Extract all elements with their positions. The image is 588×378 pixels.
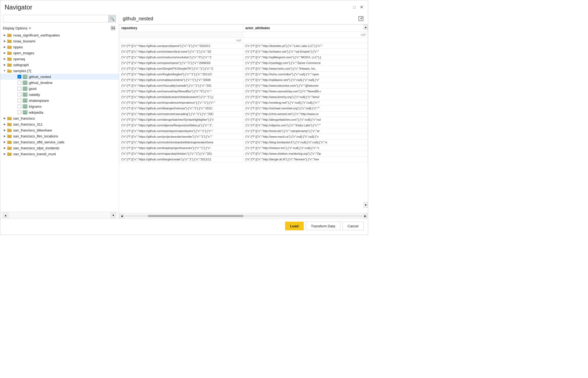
tree-item-github-timeline[interactable]: github_timeline xyxy=(0,80,119,86)
tree-item-san-francisco-bikeshare[interactable]: san_francisco_bikeshare xyxy=(0,127,119,133)
folder-icon xyxy=(7,57,12,61)
svg-rect-36 xyxy=(25,83,27,84)
checkbox-natality[interactable] xyxy=(18,93,21,96)
data-table-container[interactable]: ▲ ▼ repository actor_attributes nullnull… xyxy=(119,24,368,213)
scroll-left-button[interactable]: ◀ xyxy=(119,214,124,218)
svg-rect-38 xyxy=(23,87,25,88)
checkbox-shakespeare[interactable] xyxy=(18,99,21,102)
folder-icon xyxy=(7,39,12,43)
tree-item-san-francisco-muni[interactable]: san_francisco_transit_muni xyxy=(0,151,119,157)
table-icon xyxy=(22,110,28,114)
scroll-up-arrow[interactable]: ▲ xyxy=(3,212,8,218)
chevron-right-icon xyxy=(2,152,7,156)
tree-item-shakespeare[interactable]: shakespeare xyxy=(0,97,119,103)
tree-item-open-images[interactable]: open_images xyxy=(0,50,119,56)
svg-rect-62 xyxy=(25,106,27,107)
table-row: {"v":{"f":[{"v":"https://github.com/vilj… xyxy=(119,123,368,128)
display-options-button[interactable]: Display Options ▼ xyxy=(3,26,31,30)
svg-rect-48 xyxy=(25,94,27,95)
main-layout: 🔍 Display Options ▼ xyxy=(0,13,368,218)
transform-data-button[interactable]: Transform Data xyxy=(306,222,340,230)
tree-item-trigrams[interactable]: trigrams xyxy=(0,103,119,109)
cell-repository: {"v":{"f":[{"v":"https://github.com/napa… xyxy=(119,151,243,157)
tree-item-github-nested[interactable]: github_nested xyxy=(0,74,119,80)
cell-actor-attributes: {"v":{"f":[{"v":"http://alexgorbatchev.c… xyxy=(243,117,368,123)
search-input[interactable] xyxy=(3,15,108,22)
table-row: {"v":{"f":[{"v":"https://github.com/cedr… xyxy=(119,140,368,145)
checkbox-github-nested[interactable] xyxy=(18,75,21,79)
cell-repository: {"v":{"f":[{"v":"https://github.com/Simp… xyxy=(119,66,243,72)
scroll-down-arrow[interactable]: ▼ xyxy=(111,212,116,218)
tree-item-san-francisco-film[interactable]: san_francisco_film_locations xyxy=(0,133,119,139)
close-button[interactable]: ✕ xyxy=(359,5,364,9)
horizontal-scrollbar[interactable]: ◀ ▶ xyxy=(119,213,368,218)
cell-repository: {"v":{"f":[{"v":"https://github.com/kepl… xyxy=(119,145,243,151)
tree-item-san-francisco-311[interactable]: san_francisco_311 xyxy=(0,121,119,127)
checkbox-trigrams[interactable] xyxy=(18,104,21,108)
cell-repository: {"v":{"f":[{"v":"https://github.com/cedr… xyxy=(119,140,243,145)
table-icon xyxy=(22,92,28,97)
tree-item-noaa-earthquakes[interactable]: noaa_significant_earthquakes xyxy=(0,32,119,38)
tree-item-san-francisco-sffd[interactable]: san_francisco_sffd_service_calls xyxy=(0,139,119,145)
table-row: {"v":{"f":[{"v":"https://github.com/Vizz… xyxy=(119,83,368,89)
checkbox-github-timeline[interactable] xyxy=(18,81,21,85)
svg-rect-77 xyxy=(7,129,9,130)
tree-item-nppes[interactable]: nppes xyxy=(0,44,119,50)
load-button[interactable]: Load xyxy=(285,222,304,230)
table-row: {"v":{"f":[{"v":"https://github.com/proj… xyxy=(119,134,368,140)
search-icon[interactable]: 🔍 xyxy=(108,15,116,22)
chevron-down-icon: ▼ xyxy=(29,27,31,30)
svg-rect-1 xyxy=(112,27,112,27)
minimize-button[interactable]: □ xyxy=(352,5,357,9)
item-label: san_francisco_sfpd_incidents xyxy=(13,146,59,150)
svg-rect-35 xyxy=(23,83,25,84)
tree-item-wikipedia[interactable]: wikipedia xyxy=(0,109,119,115)
folder-icon xyxy=(7,63,12,67)
tree-item-safegraph[interactable]: safegraph xyxy=(0,62,119,68)
cell-repository: {"v":{"f":[{"v":"https://github.com/proj… xyxy=(119,134,243,140)
cell-actor-attributes: {"v":{"f":[{"v":"http://www.samuelclay.c… xyxy=(243,89,368,94)
table-row: {"v":{"f":[{"v":"https://github.com/alex… xyxy=(119,117,368,123)
folder-icon xyxy=(7,33,12,37)
checkbox-gsod[interactable] xyxy=(18,87,21,90)
table-row: {"v":{"f":[{"v":"https://github.com/Simp… xyxy=(119,66,368,72)
svg-rect-43 xyxy=(25,89,27,90)
item-label: gsod xyxy=(29,87,36,91)
refresh-icon[interactable] xyxy=(110,25,116,31)
tree-item-san-francisco[interactable]: san_francisco xyxy=(0,115,119,121)
svg-rect-6 xyxy=(114,28,115,29)
item-label: trigrams xyxy=(29,104,42,109)
checkbox-wikipedia[interactable] xyxy=(18,110,21,114)
scroll-down-arrow[interactable]: ▼ xyxy=(364,202,368,208)
folder-icon xyxy=(7,45,12,49)
chevron-right-icon xyxy=(2,39,7,43)
scroll-thumb[interactable] xyxy=(148,215,243,217)
table-icon xyxy=(22,104,28,109)
svg-rect-49 xyxy=(23,95,25,96)
cell-repository: {"v":{"f":[{"v":"https://github.com/cwen… xyxy=(119,111,243,117)
folder-icon xyxy=(7,146,12,150)
scroll-track xyxy=(124,215,363,217)
tree-item-gsod[interactable]: gsod xyxy=(0,86,119,92)
tree-container[interactable]: noaa_significant_earthquakes noaa_tsunam… xyxy=(0,32,119,212)
window-controls: □ ✕ xyxy=(352,5,364,9)
tree-item-natality[interactable]: natality xyxy=(0,92,119,97)
cell-repository: {"v":{"f":[{"v":"https://github.com/Kegb… xyxy=(119,72,243,77)
table-row: {"v":{"f":[{"v":"https://github.com/bban… xyxy=(119,106,368,111)
scroll-right-button[interactable]: ▶ xyxy=(363,214,367,218)
tree-item-noaa-tsunami[interactable]: noaa_tsunami xyxy=(0,38,119,44)
chevron-right-icon xyxy=(2,33,7,37)
chevron-right-icon xyxy=(2,134,7,138)
tree-item-samples[interactable]: samples [7] xyxy=(0,68,119,74)
cancel-button[interactable]: Cancel xyxy=(343,222,364,230)
item-label: github_timeline xyxy=(29,81,52,85)
preview-header: github_nested ⟳ xyxy=(119,13,368,24)
scroll-up-arrow[interactable]: ▲ xyxy=(364,24,368,30)
item-label: nppes xyxy=(13,45,23,49)
svg-rect-32 xyxy=(25,81,27,82)
tree-item-openaq[interactable]: openaq xyxy=(0,56,119,62)
folder-icon xyxy=(7,51,12,55)
tree-item-san-francisco-sfpd[interactable]: san_francisco_sfpd_incidents xyxy=(0,145,119,151)
preview-export-icon[interactable]: ⟳ xyxy=(358,15,364,22)
svg-rect-50 xyxy=(25,95,27,96)
